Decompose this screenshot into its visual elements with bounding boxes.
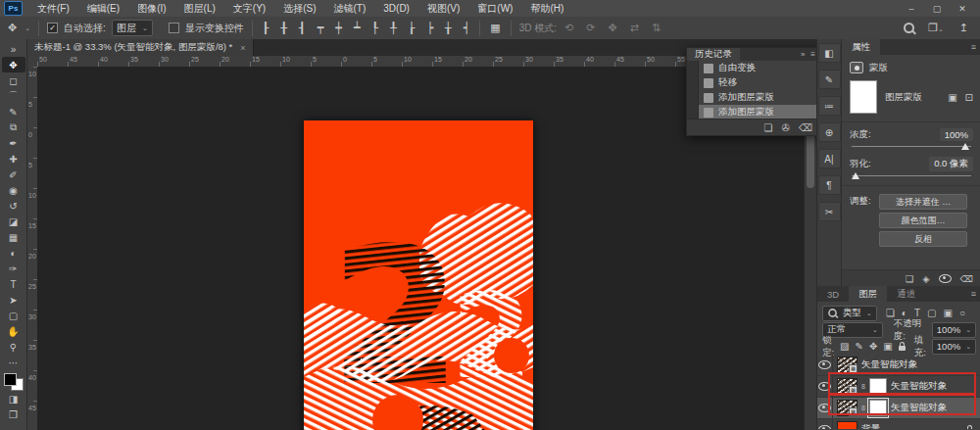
- distribute-vcenter-icon[interactable]: ╀: [388, 22, 399, 34]
- clone-stamp-tool[interactable]: ◉: [2, 182, 25, 198]
- tool-presets-panel-icon[interactable]: ✂: [818, 202, 841, 221]
- show-transform-checkbox[interactable]: ✓: [169, 23, 179, 33]
- adjustments-panel-icon[interactable]: ◧: [818, 43, 841, 63]
- filter-smart-objects-icon[interactable]: ▣: [943, 308, 952, 318]
- select-and-mask-button[interactable]: 选择并遮住 …: [879, 194, 967, 210]
- paragraph-panel-icon[interactable]: ¶: [818, 175, 841, 195]
- tab-通道[interactable]: 通道: [887, 286, 925, 302]
- delete-mask-icon[interactable]: ⌫: [960, 273, 973, 284]
- history-state[interactable]: 添加图层蒙版: [687, 90, 820, 105]
- brushes-panel-icon[interactable]: ≔: [818, 96, 841, 116]
- search-icon[interactable]: [904, 23, 914, 33]
- layer-thumbnail[interactable]: ▦: [837, 400, 858, 416]
- apply-mask-icon[interactable]: ◈: [922, 273, 929, 284]
- screen-mode-icon[interactable]: ❐: [2, 406, 25, 422]
- edit-toolbar-icon[interactable]: ⋯: [2, 355, 25, 370]
- distribute-bottom-icon[interactable]: ┟: [407, 22, 417, 34]
- crop-tool[interactable]: ⧉: [2, 119, 25, 135]
- share-icon[interactable]: ↥: [957, 22, 970, 34]
- align-bottom-edges-icon[interactable]: ┷: [352, 22, 363, 34]
- layer-thumbnail[interactable]: ▦: [837, 378, 858, 395]
- opacity-dropdown[interactable]: 100%⌄: [932, 322, 976, 338]
- layer-row[interactable]: ▦8矢量智能对象: [817, 376, 980, 398]
- lasso-tool[interactable]: ⌒: [2, 88, 25, 104]
- shape-tool[interactable]: ▢: [2, 308, 25, 323]
- distribute-right-icon[interactable]: ┥: [462, 22, 472, 34]
- toggle-mask-icon[interactable]: [939, 274, 952, 283]
- auto-select-checkbox[interactable]: ✓: [47, 23, 58, 33]
- mask-link-icon[interactable]: 8: [861, 405, 865, 411]
- history-tab[interactable]: 历史记录: [687, 48, 740, 61]
- close-icon[interactable]: ✕: [956, 4, 968, 14]
- mask-selection-icon[interactable]: ❏: [906, 273, 914, 284]
- menu-item-S[interactable]: 选择(S): [274, 0, 324, 17]
- tab-3D[interactable]: 3D: [817, 286, 849, 302]
- layer-thumbnail[interactable]: [837, 421, 858, 429]
- panel-menu-icon[interactable]: ≡: [971, 42, 980, 52]
- healing-brush-tool[interactable]: ✚: [2, 151, 25, 167]
- filter-type-dropdown[interactable]: 类型 ⌄: [822, 306, 877, 321]
- distribute-left-icon[interactable]: ┝: [424, 22, 435, 34]
- workspace-switcher-icon[interactable]: ❐⌄: [926, 22, 946, 34]
- marquee-tool[interactable]: ◻: [2, 72, 25, 88]
- maximize-icon[interactable]: ▢: [931, 4, 943, 14]
- align-top-edges-icon[interactable]: ┯: [316, 22, 326, 34]
- new-snapshot-icon[interactable]: ✇: [781, 122, 789, 133]
- clip-mask-icon[interactable]: ⊡: [965, 92, 973, 103]
- tool-preset-chevron-icon[interactable]: ⌄: [24, 24, 30, 32]
- history-state[interactable]: 自由变换: [687, 61, 820, 75]
- document-canvas[interactable]: 2 2: [304, 120, 533, 430]
- gradient-tool[interactable]: ▦: [2, 229, 25, 245]
- eye-cell[interactable]: [817, 355, 833, 375]
- new-doc-from-state-icon[interactable]: ❏: [764, 122, 773, 133]
- layer-thumbnail[interactable]: ▦: [837, 357, 858, 373]
- feather-slider-thumb[interactable]: [852, 172, 859, 179]
- menu-item-F[interactable]: 文件(F): [28, 0, 78, 17]
- clone-source-panel-icon[interactable]: ⊕: [818, 122, 841, 142]
- invert-button[interactable]: 反相: [879, 231, 967, 247]
- align-left-edges-icon[interactable]: ┠: [261, 22, 271, 34]
- eye-cell[interactable]: [817, 419, 833, 429]
- eye-cell[interactable]: [817, 398, 833, 418]
- align-right-edges-icon[interactable]: ┨: [297, 22, 308, 34]
- collapse-panel-icon[interactable]: »: [801, 50, 805, 59]
- eyedropper-tool[interactable]: ✒: [2, 135, 25, 151]
- visibility-eye-icon[interactable]: [818, 360, 831, 369]
- pen-tool[interactable]: ✑: [2, 261, 25, 276]
- dodge-tool[interactable]: ◐: [2, 245, 25, 261]
- delete-state-icon[interactable]: ⌫: [799, 122, 812, 133]
- distribute-spacing-icon[interactable]: ▦: [488, 22, 502, 34]
- select-mask-icon[interactable]: ▣: [948, 92, 956, 103]
- path-select-tool[interactable]: ➤: [2, 292, 25, 308]
- menu-item-E[interactable]: 编辑(E): [78, 0, 128, 17]
- snapshot-well[interactable]: [687, 90, 699, 105]
- layer-row[interactable]: ▦矢量智能对象: [817, 355, 980, 376]
- menu-item-W[interactable]: 窗口(W): [468, 0, 521, 17]
- menu-item-3DD[interactable]: 3D(D): [374, 0, 418, 17]
- auto-select-dropdown[interactable]: 图层 ⌄: [112, 20, 153, 36]
- lock-artboard-icon[interactable]: ▣: [883, 341, 892, 352]
- visibility-eye-icon[interactable]: [818, 382, 831, 391]
- lock-image-icon[interactable]: ✎: [856, 341, 863, 352]
- mask-link-icon[interactable]: 8: [861, 383, 865, 390]
- panel-menu-icon[interactable]: ≡: [971, 289, 980, 299]
- move-tool[interactable]: ✥: [2, 57, 25, 72]
- lock-all-icon[interactable]: [899, 346, 906, 351]
- lock-position-icon[interactable]: ✥: [869, 341, 877, 352]
- close-tab-icon[interactable]: ×: [240, 43, 245, 53]
- color-range-button[interactable]: 颜色范围…: [879, 213, 967, 228]
- zoom-tool[interactable]: ⚲: [2, 339, 25, 355]
- menu-item-Y[interactable]: 文字(Y): [224, 0, 274, 17]
- snapshot-well[interactable]: [687, 61, 699, 75]
- layer-mask-thumbnail[interactable]: [869, 400, 887, 416]
- visibility-eye-icon[interactable]: [818, 404, 831, 412]
- menu-item-V[interactable]: 视图(V): [418, 0, 468, 17]
- visibility-eye-icon[interactable]: [818, 425, 831, 429]
- fill-dropdown[interactable]: 100%⌄: [932, 339, 976, 355]
- type-tool[interactable]: T: [2, 276, 25, 292]
- eraser-tool[interactable]: ◪: [2, 214, 25, 229]
- lock-transparent-icon[interactable]: ▨: [840, 341, 849, 352]
- collapse-toolbar-icon[interactable]: »: [2, 41, 25, 57]
- density-slider[interactable]: [852, 143, 971, 151]
- menu-item-H[interactable]: 帮助(H): [521, 0, 572, 17]
